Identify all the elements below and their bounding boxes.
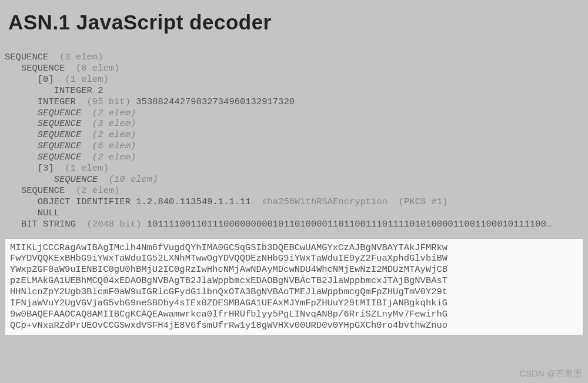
asn1-tree: SEQUENCE (3 elem) SEQUENCE (8 elem) [0] … <box>0 34 588 236</box>
asn1-value: 2 <box>98 85 103 96</box>
oid-description: sha256WithRSAEncryption <box>262 197 387 207</box>
asn1-value: 1.2.840.113549.1.1.11 <box>136 197 250 207</box>
tree-row[interactable]: INTEGER 2 <box>5 85 583 96</box>
tree-row[interactable]: SEQUENCE (10 elem) <box>5 174 583 185</box>
asn1-tag: SEQUENCE <box>38 118 81 129</box>
asn1-elem-count: (3 elem) <box>92 118 136 129</box>
asn1-elem-count: (2048 bit) <box>87 219 142 229</box>
asn1-elem-count: (3 elem) <box>59 52 103 62</box>
watermark: CSDN @芒果黑 <box>519 368 582 379</box>
tree-row[interactable]: BIT STRING (2048 bit) 101111001101110000… <box>5 219 583 230</box>
asn1-tag: SEQUENCE <box>38 152 81 162</box>
tree-row[interactable]: [3] (1 elem) <box>5 163 583 174</box>
tree-row[interactable]: INTEGER (95 bit) 35388244279832734960132… <box>5 96 583 108</box>
asn1-tag: SEQUENCE <box>38 108 81 118</box>
oid-source: (PKCS #1) <box>399 197 448 207</box>
tree-row[interactable]: NULL <box>5 208 583 219</box>
asn1-tag: SEQUENCE <box>5 52 48 62</box>
asn1-elem-count: (2 elem) <box>92 152 136 162</box>
asn1-tag: SEQUENCE <box>54 174 98 185</box>
base64-line: YWxpZGF0aW9uIENBIC0gU0hBMjU2IC0gRzIwHhcN… <box>10 264 578 275</box>
asn1-tag: SEQUENCE <box>21 185 65 196</box>
asn1-tag: SEQUENCE <box>38 129 81 140</box>
tree-row[interactable]: [0] (1 elem) <box>5 74 583 85</box>
asn1-tag: [3] <box>38 163 54 174</box>
asn1-elem-count: (8 elem) <box>76 63 119 74</box>
tree-row[interactable]: SEQUENCE (6 elem) <box>5 141 583 152</box>
asn1-tag: NULL <box>38 208 59 218</box>
asn1-elem-count: (1 elem) <box>65 163 108 174</box>
asn1-tag: SEQUENCE <box>21 63 65 74</box>
asn1-tag: SEQUENCE <box>38 141 81 151</box>
asn1-tag: INTEGER <box>54 85 92 96</box>
asn1-elem-count: (1 elem) <box>65 74 108 85</box>
tree-row[interactable]: SEQUENCE (2 elem) <box>5 152 583 163</box>
base64-line: MIIKLjCCCRagAwIBAgIMclh4Nm6fVugdQYhIMA0G… <box>10 242 578 254</box>
asn1-tag: [0] <box>38 74 54 85</box>
base64-line: pzELMAkGA1UEBhMCQ04xEDAOBgNVBAgTB2JlaWpp… <box>10 275 578 287</box>
base64-line: 9w0BAQEFAAOCAQ8AMIIBCgKCAQEAwamwrkca0lfr… <box>10 309 578 320</box>
tree-row[interactable]: SEQUENCE (2 elem) <box>5 129 583 141</box>
asn1-value: 1011110011011100000000010110100001101100… <box>147 219 552 229</box>
asn1-elem-count: (2 elem) <box>92 129 136 140</box>
asn1-elem-count: (2 elem) <box>92 108 136 118</box>
asn1-tag: BIT STRING <box>21 219 76 229</box>
asn1-elem-count: (2 elem) <box>76 185 119 196</box>
asn1-elem-count: (95 bit) <box>87 96 131 107</box>
tree-row[interactable]: SEQUENCE (3 elem) <box>5 118 583 129</box>
asn1-tag: INTEGER <box>38 96 76 107</box>
asn1-tag: OBJECT IDENTIFIER <box>38 197 131 207</box>
base64-textarea[interactable]: MIIKLjCCCRagAwIBAgIMclh4Nm6fVugdQYhIMA0G… <box>5 238 583 335</box>
base64-line: IFNjaWVuY2UgVGVjaG5vbG9neSBDby4sIEx0ZDES… <box>10 298 578 309</box>
base64-line: QCp+vNxaRZdPrUEOvCCGSwxdVSFH4jE8V6fsmUfr… <box>10 320 578 331</box>
tree-row[interactable]: SEQUENCE (8 elem) <box>5 63 583 74</box>
asn1-elem-count: (6 elem) <box>92 141 136 151</box>
tree-row[interactable]: OBJECT IDENTIFIER 1.2.840.113549.1.1.11 … <box>5 197 583 208</box>
page-title: ASN.1 JavaScript decoder <box>0 0 588 34</box>
asn1-value: 35388244279832734960132917320 <box>136 96 295 107</box>
tree-row[interactable]: SEQUENCE (3 elem) <box>5 52 583 63</box>
tree-row[interactable]: SEQUENCE (2 elem) <box>5 108 583 119</box>
asn1-elem-count: (10 elem) <box>109 174 158 185</box>
tree-row[interactable]: SEQUENCE (2 elem) <box>5 185 583 197</box>
base64-line: FwYDVQQKExBHbG9iYWxTaWduIG52LXNhMTwwOgYD… <box>10 253 578 264</box>
base64-line: HHNlcnZpY2Ugb3BlcmF0aW9uIGRlcGFydG1lbnQx… <box>10 287 578 298</box>
